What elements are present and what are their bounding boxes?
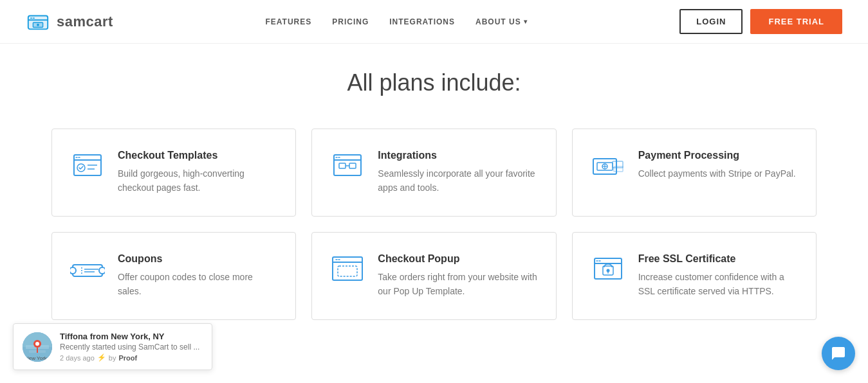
- proof-map-icon: New York: [23, 332, 52, 359]
- svg-point-41: [606, 269, 609, 272]
- feature-content-checkout-popup: Checkout Popup Take orders right from yo…: [378, 253, 537, 299]
- proof-footer: 2 days ago ⚡ by Proof: [60, 353, 199, 359]
- feature-card-coupons: Coupons Offer coupon codes to close more…: [51, 232, 296, 320]
- svg-rect-27: [73, 265, 102, 276]
- feature-card-checkout-templates: Checkout Templates Build gorgeous, high-…: [51, 129, 296, 217]
- feature-desc-integrations: Seamlessly incorporate all your favorite…: [378, 166, 537, 195]
- svg-rect-26: [614, 166, 623, 172]
- feature-desc-payment-processing: Collect payments with Stripe or PayPal.: [638, 166, 796, 181]
- logo-icon: [26, 10, 50, 34]
- free-trial-button[interactable]: FREE TRIAL: [750, 9, 842, 34]
- feature-content-checkout-templates: Checkout Templates Build gorgeous, high-…: [118, 150, 277, 195]
- nav-pricing[interactable]: PRICING: [332, 17, 369, 26]
- proof-avatar: New York: [23, 332, 52, 359]
- proof-toast: New York Tiffona from New York, NY Recen…: [13, 323, 212, 359]
- logo-text: samcart: [57, 13, 113, 30]
- proof-time: 2 days ago: [60, 354, 95, 359]
- page-title: All plans include:: [51, 69, 817, 96]
- header-actions: LOGIN FREE TRIAL: [679, 9, 842, 34]
- svg-text:New York: New York: [25, 355, 48, 359]
- feature-content-coupons: Coupons Offer coupon codes to close more…: [118, 253, 277, 299]
- feature-card-integrations: Integrations Seamlessly incorporate all …: [311, 129, 556, 217]
- feature-title-checkout-templates: Checkout Templates: [118, 150, 277, 161]
- header: samcart FEATURES PRICING INTEGRATIONS AB…: [0, 0, 868, 44]
- svg-rect-15: [339, 163, 346, 168]
- svg-point-5: [37, 23, 39, 26]
- svg-rect-13: [334, 155, 361, 175]
- feature-title-free-ssl: Free SSL Certificate: [638, 253, 798, 265]
- main-nav: FEATURES PRICING INTEGRATIONS ABOUT US ▾: [265, 17, 527, 26]
- nav-features[interactable]: FEATURES: [265, 17, 311, 26]
- login-button[interactable]: LOGIN: [679, 9, 743, 34]
- coupons-icon: [70, 253, 105, 288]
- feature-card-free-ssl: Free SSL Certificate Increase customer c…: [572, 232, 817, 320]
- chat-icon: [831, 346, 846, 359]
- feature-title-checkout-popup: Checkout Popup: [378, 253, 537, 265]
- feature-title-integrations: Integrations: [378, 150, 537, 161]
- feature-content-integrations: Integrations Seamlessly incorporate all …: [378, 150, 537, 195]
- feature-desc-checkout-popup: Take orders right from your website with…: [378, 270, 537, 299]
- nav-about-us[interactable]: ABOUT US ▾: [476, 17, 528, 26]
- lightning-icon: ⚡: [97, 353, 106, 359]
- integrations-icon: [330, 150, 365, 184]
- feature-title-coupons: Coupons: [118, 253, 277, 265]
- svg-point-50: [35, 342, 39, 346]
- payment-processing-icon: [591, 150, 625, 184]
- feature-card-payment-processing: Payment Processing Collect payments with…: [572, 129, 817, 217]
- feature-desc-free-ssl: Increase customer confidence with a SSL …: [638, 270, 798, 299]
- feature-card-checkout-popup: Checkout Popup Take orders right from yo…: [311, 232, 556, 320]
- chevron-down-icon: ▾: [524, 18, 528, 25]
- features-grid: Checkout Templates Build gorgeous, high-…: [51, 129, 817, 320]
- feature-content-free-ssl: Free SSL Certificate Increase customer c…: [638, 253, 798, 299]
- feature-desc-coupons: Offer coupon codes to close more sales.: [118, 270, 277, 299]
- checkout-templates-icon: [70, 150, 105, 184]
- checkout-popup-icon: [330, 253, 365, 288]
- svg-rect-38: [595, 258, 622, 279]
- free-ssl-icon: [591, 253, 625, 288]
- svg-point-28: [70, 267, 76, 274]
- proof-brand: Proof: [118, 354, 137, 359]
- feature-title-payment-processing: Payment Processing: [638, 150, 796, 161]
- logo[interactable]: samcart: [26, 10, 113, 34]
- svg-rect-35: [338, 266, 357, 276]
- feature-desc-checkout-templates: Build gorgeous, high-converting checkout…: [118, 166, 277, 195]
- proof-name: Tiffona from New York, NY: [60, 332, 199, 341]
- feature-content-payment-processing: Payment Processing Collect payments with…: [638, 150, 796, 181]
- proof-description: Recently started using SamCart to sell .…: [60, 343, 199, 352]
- proof-text: Tiffona from New York, NY Recently start…: [60, 332, 199, 359]
- svg-point-29: [99, 267, 105, 274]
- proof-by: by: [109, 354, 116, 359]
- svg-rect-16: [349, 163, 356, 168]
- nav-integrations[interactable]: INTEGRATIONS: [389, 17, 455, 26]
- main-content: All plans include: Checkout Templates Bu…: [0, 44, 868, 359]
